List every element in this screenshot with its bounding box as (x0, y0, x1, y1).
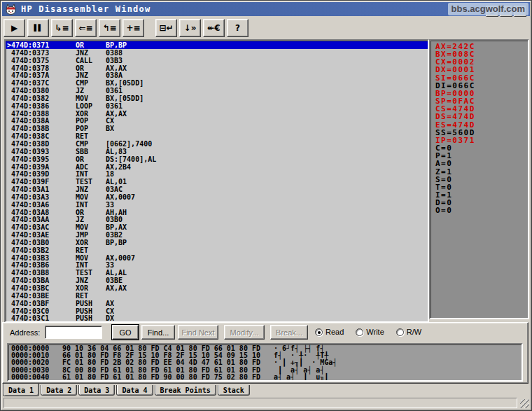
return-to-caller-icon: ↞€ (207, 24, 220, 32)
modify-button[interactable]: Modify... (224, 325, 265, 340)
watermark: bbs.acgwolf.com (448, 3, 528, 15)
disasm-row[interactable]: 474D:0375CALL03B3 (6, 57, 428, 64)
register-z: Z=1 (435, 168, 528, 176)
instruction-address: 474D:03A3 (11, 193, 76, 201)
memory-dump-panel[interactable]: 0000:000090 10 36 04 66 01 80 FD C4 01 8… (7, 343, 523, 382)
hexdump-address: 0000:0040 (11, 374, 62, 381)
instruction-mnemonic: JZ (76, 87, 106, 95)
disasm-row[interactable]: 474D:03BFPUSHAX (6, 300, 428, 307)
disasm-row[interactable]: 474D:03C1PUSHDX (6, 314, 428, 322)
instruction-address: 474D:03BF (11, 300, 76, 307)
instruction-operands: BX (106, 125, 114, 132)
tab-data-2[interactable]: Data 2 (41, 385, 77, 396)
window-title: HP Disassembler Window (21, 4, 150, 14)
register-a: A=0 (435, 160, 528, 167)
disasm-row[interactable]: 474D:03BCXORAX,AX (6, 284, 428, 292)
disasm-row[interactable]: 474D:037CCMPBX,[05DD] (6, 79, 428, 87)
disasm-row[interactable]: 474D:03B8TESTAL,AL (6, 269, 428, 277)
break-button[interactable]: Break... (270, 325, 308, 340)
tab-break-points[interactable]: Break Points (155, 385, 216, 396)
disasm-row[interactable]: 474D:03BERET (6, 292, 428, 300)
disasm-row[interactable]: 474D:03ACMOVBP,AX (6, 223, 428, 231)
step-to-branch-icon: ↓» (184, 24, 197, 32)
instruction-mnemonic: XOR (76, 110, 106, 118)
address-input[interactable] (45, 326, 102, 339)
radio-r-w[interactable]: R/W (396, 328, 421, 336)
disasm-row[interactable]: 474D:03B2RET (6, 246, 428, 254)
step-into-button[interactable]: ↳≡ (51, 19, 73, 37)
disasm-row[interactable]: 474D:0378ORAX,AX (6, 64, 428, 72)
disasm-row[interactable]: 474D:0388XORAX,AX (6, 110, 428, 118)
disasm-row[interactable]: 474D:038CRET (6, 132, 428, 140)
help-button[interactable]: ? (227, 19, 248, 37)
disasm-row[interactable]: 474D:038BPOPBX (6, 125, 428, 132)
titlebar[interactable]: HP Disassembler Window _ □ × bbs.acgwolf… (2, 2, 530, 16)
step-into-icon: ↳≡ (55, 24, 69, 32)
disasm-row[interactable]: 474D:03BAJNZ03BE (6, 277, 428, 284)
instruction-mnemonic: ADC (76, 163, 106, 171)
disasm-row[interactable]: 474D:03A6INT33 (6, 201, 428, 209)
disasm-row[interactable]: 474D:039DINT18 (6, 170, 428, 178)
run-to-cursor-button[interactable]: +≡ (122, 19, 144, 37)
disasm-row[interactable]: 474D:0380JZ0361 (6, 87, 428, 95)
disasm-row[interactable]: 474D:039FTESTAL,01 (6, 178, 428, 186)
instruction-address: 474D:039D (11, 170, 76, 178)
run-icon: ▶ (11, 24, 18, 32)
disasm-row[interactable]: 474D:03A8ORAH,AH (6, 209, 428, 216)
tab-stack[interactable]: Stack (218, 385, 250, 396)
tab-data-3[interactable]: Data 3 (78, 385, 115, 396)
instruction-address: 474D:0393 (11, 148, 76, 155)
step-over-button[interactable]: ⇐≡ (75, 19, 97, 37)
disasm-row[interactable]: 474D:0382MOVBX,[05DD] (6, 95, 428, 102)
instruction-mnemonic: INT (76, 261, 106, 269)
find-next-button[interactable]: Find Next (178, 325, 218, 340)
disasm-row[interactable]: 474D:0373JNZ0388 (6, 49, 428, 57)
run-button[interactable]: ▶ (4, 19, 25, 37)
disassembly-panel[interactable]: >474D:0371ORBP,BP 474D:0373JNZ0388 474D:… (4, 39, 429, 323)
disasm-row[interactable]: 474D:03A3MOVAX,0007 (6, 193, 428, 201)
tab-data-1[interactable]: Data 1 (3, 384, 39, 396)
disasm-row[interactable]: 474D:03B6INT33 (6, 261, 428, 269)
instruction-address: 474D:03A8 (11, 209, 76, 216)
instruction-operands: BX,[05DD] (106, 79, 144, 87)
disasm-row[interactable]: >474D:0371ORBP,BP (6, 41, 428, 49)
instruction-address: 474D:03B8 (11, 269, 76, 277)
disasm-row[interactable]: 474D:038APOPCX (6, 117, 428, 125)
breakpoint-list-button[interactable]: ⊟↵ (155, 19, 177, 37)
instruction-address: 474D:03A1 (11, 186, 76, 193)
disasm-row[interactable]: 474D:03C0PUSHCX (6, 307, 428, 315)
hexdump-row[interactable]: 0000:004061 01 80 FD 61 01 80 FD 90 00 8… (8, 374, 522, 381)
disasm-row[interactable]: 474D:0393SBBAL,83 (6, 148, 428, 155)
step-out-button[interactable]: ↰≡ (99, 19, 120, 37)
instruction-operands: 03AC (106, 186, 122, 193)
radio-read[interactable]: Read (315, 328, 344, 336)
instruction-mnemonic: OR (76, 155, 106, 163)
disasm-row[interactable]: 474D:038DCMP[0662],7400 (6, 140, 428, 148)
disasm-row[interactable]: 474D:03B3MOVAX,0007 (6, 254, 428, 262)
step-to-branch-button[interactable]: ↓» (179, 19, 201, 37)
return-to-caller-button[interactable]: ↞€ (203, 19, 225, 37)
disasm-row[interactable]: 474D:039AADCAX,2B4 (6, 163, 428, 171)
instruction-mnemonic: RET (76, 132, 106, 140)
disasm-row[interactable]: 474D:037AJNZ038A (6, 71, 428, 79)
instruction-operands: AX,0007 (106, 193, 135, 201)
disasm-row[interactable]: 474D:03B0XORBP,BP (6, 239, 428, 246)
pause-button[interactable]: ▌▌ (27, 19, 49, 37)
instruction-operands: AX,AX (106, 284, 127, 292)
disasm-row[interactable]: 474D:03AAJZ03B0 (6, 216, 428, 223)
disasm-row[interactable]: 474D:0395ORDS:[7400],AL (6, 155, 428, 163)
disasm-row[interactable]: 474D:03A1JNZ03AC (6, 186, 428, 193)
instruction-operands: AL,01 (106, 178, 127, 186)
disasm-row[interactable]: 474D:0386LOOP0361 (6, 102, 428, 110)
go-button[interactable]: GO (112, 325, 139, 340)
radio-write[interactable]: Write (356, 328, 384, 336)
instruction-mnemonic: POP (76, 117, 106, 125)
tab-data-4[interactable]: Data 4 (116, 385, 153, 396)
breakpoint-list-icon: ⊟↵ (159, 24, 173, 32)
find-button[interactable]: Find... (141, 325, 175, 340)
disasm-row[interactable]: 474D:03AEJMP03B2 (6, 231, 428, 239)
instruction-operands: BX,[05DD] (106, 95, 144, 102)
instruction-mnemonic: CALL (76, 57, 106, 64)
instruction-mnemonic: RET (76, 246, 106, 254)
resize-grip[interactable] (520, 399, 529, 408)
